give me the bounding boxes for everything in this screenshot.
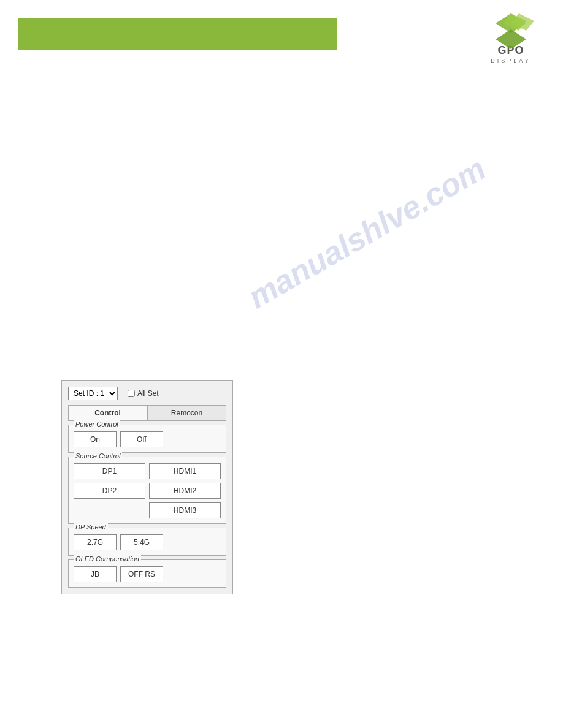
svg-marker-1 [496, 29, 526, 49]
power-control-buttons: On Off [74, 431, 221, 447]
logo-area: GPO DISPLAY [477, 12, 545, 61]
hdmi3-button[interactable]: HDMI3 [149, 502, 221, 518]
oled-jb-button[interactable]: JB [74, 566, 117, 582]
power-on-button[interactable]: On [74, 431, 117, 447]
oled-compensation-section: OLED Compensation JB OFF RS [68, 559, 226, 588]
all-set-checkbox[interactable] [128, 390, 135, 397]
dp-speed-buttons: 2.7G 5.4G [74, 534, 221, 550]
source-control-section: Source Control DP1 HDMI1 DP2 HDMI2 HDMI3 [68, 457, 226, 524]
dp-speed-54g-button[interactable]: 5.4G [120, 534, 163, 550]
hdmi3-row: HDMI3 [74, 502, 221, 518]
gpo-logo-icon [488, 12, 534, 49]
watermark: manualshlve.com [242, 150, 492, 316]
tab-bar: Control Remocon [68, 405, 226, 421]
logo-text: DISPLAY [491, 58, 530, 64]
dp-speed-section: DP Speed 2.7G 5.4G [68, 528, 226, 556]
power-off-button[interactable]: Off [120, 431, 163, 447]
all-set-container: All Set [128, 389, 159, 398]
source-control-grid: DP1 HDMI1 DP2 HDMI2 [74, 463, 221, 499]
header-bar [18, 18, 337, 50]
set-id-select[interactable]: Set ID : 1 Set ID : 2 Set ID : 3 [68, 387, 118, 400]
dp-speed-legend: DP Speed [74, 523, 108, 531]
oled-compensation-legend: OLED Compensation [74, 555, 141, 563]
hdmi2-button[interactable]: HDMI2 [149, 483, 221, 499]
all-set-label: All Set [137, 389, 159, 398]
dp-speed-27g-button[interactable]: 2.7G [74, 534, 117, 550]
hdmi1-button[interactable]: HDMI1 [149, 463, 221, 479]
tab-remocon[interactable]: Remocon [147, 405, 226, 420]
power-control-section: Power Control On Off [68, 425, 226, 453]
tab-control[interactable]: Control [68, 405, 147, 420]
panel-top-bar: Set ID : 1 Set ID : 2 Set ID : 3 All Set [68, 387, 226, 400]
power-control-legend: Power Control [74, 420, 120, 428]
dp2-button[interactable]: DP2 [74, 483, 145, 499]
oled-off-rs-button[interactable]: OFF RS [120, 566, 163, 582]
control-panel: Set ID : 1 Set ID : 2 Set ID : 3 All Set… [61, 380, 233, 594]
dp1-button[interactable]: DP1 [74, 463, 145, 479]
oled-compensation-buttons: JB OFF RS [74, 566, 221, 582]
source-control-legend: Source Control [74, 452, 122, 460]
